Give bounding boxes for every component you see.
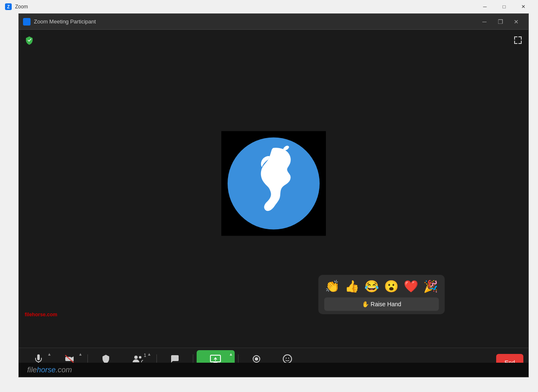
app-window: Zoom Meeting Participant ─ ❐ ✕ — [18, 13, 529, 377]
share-screen-arrow-icon: ▲ — [229, 352, 233, 356]
emoji-wow-button[interactable]: 😮 — [383, 280, 400, 293]
emoji-thumbsup-button[interactable]: 👍 — [344, 280, 360, 293]
app-titlebar: Zoom Meeting Participant ─ ❐ ✕ — [19, 14, 528, 30]
app-icon — [23, 18, 31, 26]
reactions-emojis: 👏 👍 😂 😮 ❤️ 🎉 — [324, 280, 439, 293]
os-window-controls: ─ □ ✕ — [475, 0, 533, 13]
watermark: filehorse.com — [25, 312, 57, 318]
app-close-button[interactable]: ✕ — [508, 16, 524, 28]
svg-text:Z: Z — [7, 5, 10, 9]
svg-point-17 — [288, 357, 289, 358]
os-minimize-button[interactable]: ─ — [475, 0, 494, 13]
shield-icon — [25, 36, 34, 45]
emoji-laugh-button[interactable]: 😂 — [364, 280, 380, 293]
emoji-clap-button[interactable]: 👏 — [324, 280, 341, 293]
meeting-area: filehorse.com 👏 👍 😂 😮 ❤️ 🎉 ✋ Raise Hand — [19, 30, 528, 348]
emoji-heart-button[interactable]: ❤️ — [403, 280, 419, 293]
filehorse-logo: filehorse.com — [27, 366, 72, 374]
svg-point-15 — [283, 355, 292, 363]
os-window: Z Zoom ─ □ ✕ Zoom Meeting Participant ─ … — [0, 0, 538, 392]
reactions-popup: 👏 👍 😂 😮 ❤️ 🎉 ✋ Raise Hand — [318, 275, 445, 314]
start-video-arrow-icon: ▲ — [78, 352, 82, 356]
app-minimize-button[interactable]: ─ — [477, 16, 492, 28]
os-maximize-button[interactable]: □ — [494, 0, 514, 13]
os-title-text: Zoom — [15, 4, 475, 10]
svg-point-14 — [255, 357, 258, 361]
avatar — [221, 131, 326, 236]
app-title-text: Zoom Meeting Participant — [34, 18, 477, 25]
os-titlebar: Z Zoom ─ □ ✕ — [0, 0, 538, 13]
os-close-button[interactable]: ✕ — [514, 0, 533, 13]
filehorse-bottom-bar: filehorse.com — [19, 363, 528, 377]
app-maximize-button[interactable]: ❐ — [492, 16, 508, 28]
emoji-party-button[interactable]: 🎉 — [423, 280, 439, 293]
expand-icon[interactable] — [513, 36, 523, 45]
svg-point-10 — [139, 356, 141, 359]
app-window-controls: ─ ❐ ✕ — [477, 16, 524, 28]
os-app-icon: Z — [5, 3, 12, 10]
svg-point-16 — [286, 357, 287, 358]
join-audio-arrow-icon: ▲ — [47, 352, 51, 356]
raise-hand-button[interactable]: ✋ Raise Hand — [324, 297, 439, 311]
participants-arrow-icon: ▲ — [147, 352, 151, 356]
svg-point-9 — [134, 356, 138, 359]
svg-point-2 — [24, 19, 30, 25]
participants-count: 1 — [144, 353, 146, 358]
